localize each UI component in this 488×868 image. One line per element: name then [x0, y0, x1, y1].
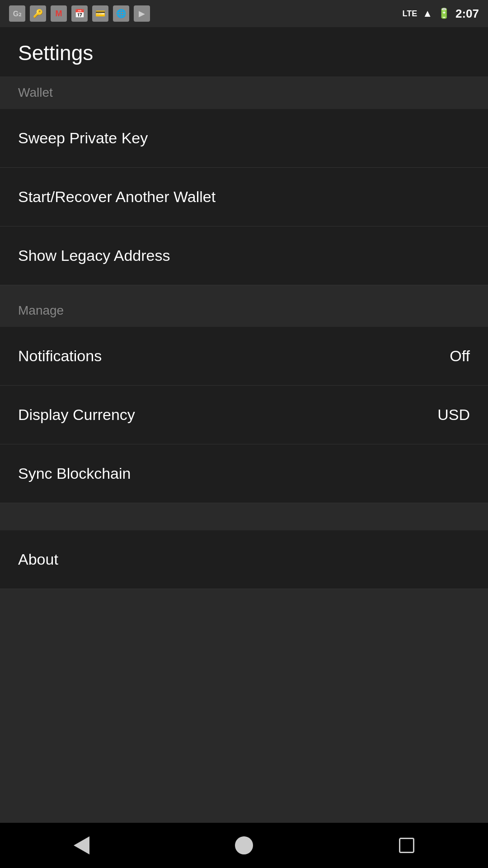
wallet-section-label: Wallet — [18, 85, 53, 99]
sweep-private-key-label: Sweep Private Key — [18, 129, 148, 147]
key-icon: 🔑 — [30, 5, 46, 22]
clock: 2:07 — [455, 7, 479, 21]
bottom-nav-bar — [0, 823, 488, 868]
start-recover-wallet-label: Start/Recover Another Wallet — [18, 188, 216, 206]
sweep-private-key-item[interactable]: Sweep Private Key — [0, 109, 488, 168]
show-legacy-address-item[interactable]: Show Legacy Address — [0, 226, 488, 285]
notifications-item[interactable]: Notifications Off — [0, 327, 488, 386]
manage-section-header: Manage — [0, 294, 488, 327]
status-bar: G₂ 🔑 M 📅 💳 🌐 ▶ LTE ▲ 🔋 2:07 — [0, 0, 488, 27]
home-circle-icon — [235, 836, 253, 854]
about-label: About — [18, 551, 58, 568]
status-bar-right-icons: LTE ▲ 🔋 2:07 — [403, 7, 479, 21]
wallet-section-header: Wallet — [0, 76, 488, 109]
globe-icon: 🌐 — [113, 5, 129, 22]
wallet-manage-spacer — [0, 285, 488, 294]
manage-about-spacer — [0, 503, 488, 530]
signal-icon: ▲ — [422, 8, 432, 19]
about-item[interactable]: About — [0, 530, 488, 589]
extra-space — [0, 589, 488, 823]
recent-apps-button[interactable] — [393, 832, 420, 859]
back-button[interactable] — [68, 832, 95, 859]
home-button[interactable] — [230, 832, 258, 859]
display-currency-value: USD — [437, 406, 470, 424]
display-currency-label: Display Currency — [18, 406, 135, 424]
manage-section-label: Manage — [18, 303, 64, 317]
back-triangle-icon — [74, 836, 89, 854]
calendar-icon: 📅 — [71, 5, 88, 22]
recent-square-icon — [399, 838, 414, 853]
display-currency-item[interactable]: Display Currency USD — [0, 386, 488, 444]
g2-icon: G₂ — [9, 5, 25, 22]
status-bar-left-icons: G₂ 🔑 M 📅 💳 🌐 ▶ — [9, 5, 150, 22]
start-recover-wallet-item[interactable]: Start/Recover Another Wallet — [0, 168, 488, 226]
show-legacy-address-label: Show Legacy Address — [18, 247, 170, 264]
play-icon: ▶ — [134, 5, 150, 22]
sync-blockchain-label: Sync Blockchain — [18, 465, 131, 482]
sync-blockchain-item[interactable]: Sync Blockchain — [0, 444, 488, 503]
notifications-label: Notifications — [18, 347, 102, 365]
notifications-value: Off — [450, 347, 470, 365]
gmail-icon: M — [51, 5, 67, 22]
page-title: Settings — [18, 41, 470, 65]
page-title-section: Settings — [0, 27, 488, 76]
wallet-icon: 💳 — [92, 5, 108, 22]
battery-icon: 🔋 — [438, 8, 450, 19]
lte-indicator: LTE — [403, 9, 418, 19]
